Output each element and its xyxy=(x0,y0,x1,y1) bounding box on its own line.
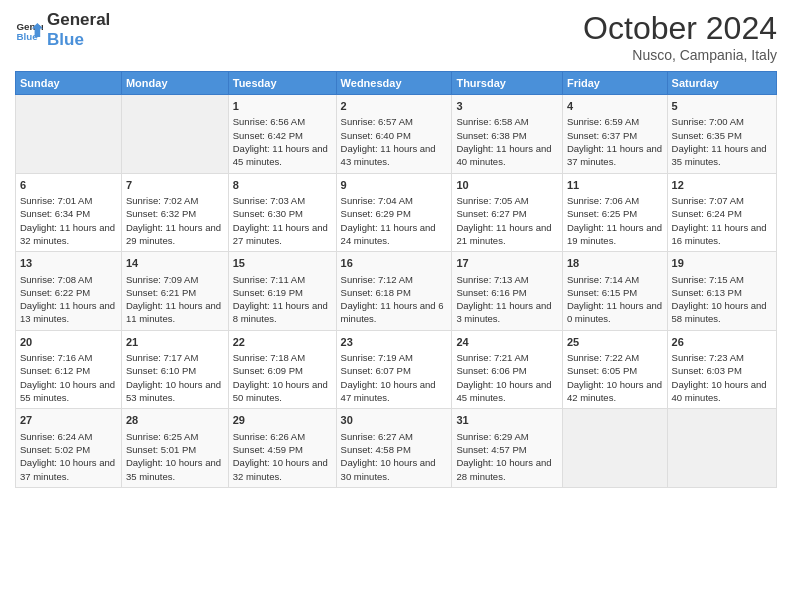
day-number: 9 xyxy=(341,178,448,193)
calendar-cell: 30Sunrise: 6:27 AMSunset: 4:58 PMDayligh… xyxy=(336,409,452,488)
sunset: Sunset: 6:35 PM xyxy=(672,130,742,141)
sunset: Sunset: 6:12 PM xyxy=(20,365,90,376)
sunrise: Sunrise: 6:25 AM xyxy=(126,431,198,442)
sunrise: Sunrise: 7:01 AM xyxy=(20,195,92,206)
sunset: Sunset: 6:21 PM xyxy=(126,287,196,298)
sunrise: Sunrise: 6:27 AM xyxy=(341,431,413,442)
calendar-cell: 28Sunrise: 6:25 AMSunset: 5:01 PMDayligh… xyxy=(121,409,228,488)
sunrise: Sunrise: 7:09 AM xyxy=(126,274,198,285)
sunrise: Sunrise: 6:26 AM xyxy=(233,431,305,442)
calendar-cell: 11Sunrise: 7:06 AMSunset: 6:25 PMDayligh… xyxy=(562,173,667,252)
sunrise: Sunrise: 7:15 AM xyxy=(672,274,744,285)
week-row-1: 6Sunrise: 7:01 AMSunset: 6:34 PMDaylight… xyxy=(16,173,777,252)
calendar-cell: 6Sunrise: 7:01 AMSunset: 6:34 PMDaylight… xyxy=(16,173,122,252)
sunrise: Sunrise: 7:08 AM xyxy=(20,274,92,285)
sunrise: Sunrise: 6:58 AM xyxy=(456,116,528,127)
calendar-cell: 16Sunrise: 7:12 AMSunset: 6:18 PMDayligh… xyxy=(336,252,452,331)
calendar-cell xyxy=(121,95,228,174)
location: Nusco, Campania, Italy xyxy=(583,47,777,63)
day-number: 29 xyxy=(233,413,332,428)
calendar-cell: 19Sunrise: 7:15 AMSunset: 6:13 PMDayligh… xyxy=(667,252,776,331)
daylight: Daylight: 11 hours and 11 minutes. xyxy=(126,300,221,324)
sunset: Sunset: 6:37 PM xyxy=(567,130,637,141)
daylight: Daylight: 10 hours and 53 minutes. xyxy=(126,379,221,403)
calendar-cell: 22Sunrise: 7:18 AMSunset: 6:09 PMDayligh… xyxy=(228,330,336,409)
calendar-cell xyxy=(667,409,776,488)
calendar-cell: 25Sunrise: 7:22 AMSunset: 6:05 PMDayligh… xyxy=(562,330,667,409)
calendar-cell xyxy=(562,409,667,488)
day-number: 18 xyxy=(567,256,663,271)
sunset: Sunset: 6:32 PM xyxy=(126,208,196,219)
daylight: Daylight: 10 hours and 47 minutes. xyxy=(341,379,436,403)
sunrise: Sunrise: 7:05 AM xyxy=(456,195,528,206)
sunset: Sunset: 5:01 PM xyxy=(126,444,196,455)
sunset: Sunset: 6:10 PM xyxy=(126,365,196,376)
calendar-table: SundayMondayTuesdayWednesdayThursdayFrid… xyxy=(15,71,777,488)
day-number: 3 xyxy=(456,99,558,114)
weekday-header-tuesday: Tuesday xyxy=(228,72,336,95)
day-number: 21 xyxy=(126,335,224,350)
weekday-header-friday: Friday xyxy=(562,72,667,95)
month-title: October 2024 xyxy=(583,10,777,47)
day-number: 8 xyxy=(233,178,332,193)
week-row-2: 13Sunrise: 7:08 AMSunset: 6:22 PMDayligh… xyxy=(16,252,777,331)
daylight: Daylight: 10 hours and 45 minutes. xyxy=(456,379,551,403)
logo-text-blue: Blue xyxy=(47,30,110,50)
sunrise: Sunrise: 7:23 AM xyxy=(672,352,744,363)
day-number: 14 xyxy=(126,256,224,271)
logo: General Blue General Blue xyxy=(15,10,110,51)
logo-icon: General Blue xyxy=(15,16,43,44)
sunset: Sunset: 6:03 PM xyxy=(672,365,742,376)
sunrise: Sunrise: 6:24 AM xyxy=(20,431,92,442)
daylight: Daylight: 11 hours and 8 minutes. xyxy=(233,300,328,324)
sunrise: Sunrise: 7:06 AM xyxy=(567,195,639,206)
calendar-cell: 5Sunrise: 7:00 AMSunset: 6:35 PMDaylight… xyxy=(667,95,776,174)
sunset: Sunset: 6:40 PM xyxy=(341,130,411,141)
daylight: Daylight: 10 hours and 32 minutes. xyxy=(233,457,328,481)
calendar-cell: 14Sunrise: 7:09 AMSunset: 6:21 PMDayligh… xyxy=(121,252,228,331)
sunset: Sunset: 6:13 PM xyxy=(672,287,742,298)
day-number: 16 xyxy=(341,256,448,271)
calendar-cell: 31Sunrise: 6:29 AMSunset: 4:57 PMDayligh… xyxy=(452,409,563,488)
daylight: Daylight: 10 hours and 42 minutes. xyxy=(567,379,662,403)
daylight: Daylight: 10 hours and 55 minutes. xyxy=(20,379,115,403)
daylight: Daylight: 11 hours and 43 minutes. xyxy=(341,143,436,167)
sunset: Sunset: 6:06 PM xyxy=(456,365,526,376)
sunrise: Sunrise: 7:16 AM xyxy=(20,352,92,363)
sunrise: Sunrise: 7:13 AM xyxy=(456,274,528,285)
calendar-cell xyxy=(16,95,122,174)
daylight: Daylight: 11 hours and 13 minutes. xyxy=(20,300,115,324)
daylight: Daylight: 11 hours and 40 minutes. xyxy=(456,143,551,167)
daylight: Daylight: 11 hours and 21 minutes. xyxy=(456,222,551,246)
daylight: Daylight: 11 hours and 6 minutes. xyxy=(341,300,444,324)
sunset: Sunset: 6:05 PM xyxy=(567,365,637,376)
sunrise: Sunrise: 7:04 AM xyxy=(341,195,413,206)
sunset: Sunset: 6:25 PM xyxy=(567,208,637,219)
sunrise: Sunrise: 7:22 AM xyxy=(567,352,639,363)
calendar-cell: 1Sunrise: 6:56 AMSunset: 6:42 PMDaylight… xyxy=(228,95,336,174)
daylight: Daylight: 11 hours and 16 minutes. xyxy=(672,222,767,246)
day-number: 25 xyxy=(567,335,663,350)
sunset: Sunset: 6:38 PM xyxy=(456,130,526,141)
sunrise: Sunrise: 6:56 AM xyxy=(233,116,305,127)
daylight: Daylight: 10 hours and 40 minutes. xyxy=(672,379,767,403)
calendar-cell: 4Sunrise: 6:59 AMSunset: 6:37 PMDaylight… xyxy=(562,95,667,174)
weekday-header-wednesday: Wednesday xyxy=(336,72,452,95)
calendar-cell: 15Sunrise: 7:11 AMSunset: 6:19 PMDayligh… xyxy=(228,252,336,331)
daylight: Daylight: 11 hours and 27 minutes. xyxy=(233,222,328,246)
day-number: 19 xyxy=(672,256,772,271)
day-number: 28 xyxy=(126,413,224,428)
day-number: 2 xyxy=(341,99,448,114)
day-number: 10 xyxy=(456,178,558,193)
header: General Blue General Blue October 2024 N… xyxy=(15,10,777,63)
daylight: Daylight: 11 hours and 45 minutes. xyxy=(233,143,328,167)
calendar-cell: 18Sunrise: 7:14 AMSunset: 6:15 PMDayligh… xyxy=(562,252,667,331)
daylight: Daylight: 11 hours and 19 minutes. xyxy=(567,222,662,246)
calendar-cell: 9Sunrise: 7:04 AMSunset: 6:29 PMDaylight… xyxy=(336,173,452,252)
day-number: 15 xyxy=(233,256,332,271)
day-number: 30 xyxy=(341,413,448,428)
page-container: General Blue General Blue October 2024 N… xyxy=(0,0,792,498)
calendar-cell: 29Sunrise: 6:26 AMSunset: 4:59 PMDayligh… xyxy=(228,409,336,488)
calendar-cell: 12Sunrise: 7:07 AMSunset: 6:24 PMDayligh… xyxy=(667,173,776,252)
sunset: Sunset: 6:15 PM xyxy=(567,287,637,298)
